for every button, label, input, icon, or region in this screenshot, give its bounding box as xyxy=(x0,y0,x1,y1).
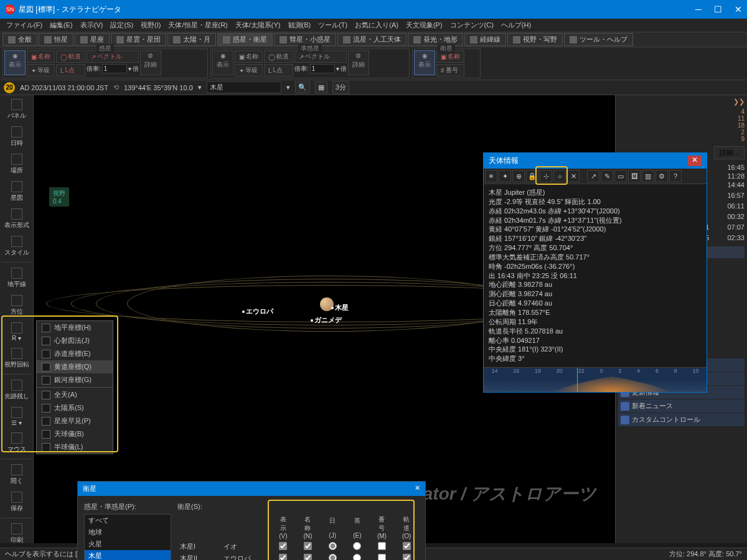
minimize-button[interactable]: ─ xyxy=(695,4,702,14)
planet-list-item[interactable]: 火星 xyxy=(85,538,171,550)
vis-check[interactable] xyxy=(279,542,287,550)
left-panel-button[interactable]: マウス xyxy=(1,430,32,456)
quasi-detail[interactable]: ⚙詳細 xyxy=(348,50,369,75)
lpoint-toggle[interactable]: L L点 xyxy=(56,64,85,77)
menu-item[interactable]: お気に入り(A) xyxy=(351,19,402,31)
left-panel-button[interactable]: スタイル xyxy=(1,233,32,259)
window-icon[interactable]: ▭ xyxy=(614,170,627,182)
name-check[interactable] xyxy=(304,554,312,560)
planet-list-item[interactable]: すべて xyxy=(85,515,171,526)
ribbon-tab[interactable]: 星雲・星団 xyxy=(111,33,166,46)
orbit-toggle[interactable]: ◯ 軌道 xyxy=(56,50,85,63)
quasi-lpoint[interactable]: L L点 xyxy=(264,64,293,77)
orbit-check[interactable] xyxy=(403,542,411,550)
orbit-check[interactable] xyxy=(403,554,411,560)
track-icon[interactable]: ⟐ xyxy=(553,170,566,182)
search-icon[interactable]: 🔍 xyxy=(295,82,310,93)
sidebar-link[interactable]: カスタムコントロール xyxy=(618,413,745,426)
center-icon[interactable]: ⊹ xyxy=(540,170,552,182)
menu-item[interactable]: 観測(B) xyxy=(284,19,315,31)
coord-menu-item[interactable]: 太陽系(S) xyxy=(37,401,113,414)
planet-list-item[interactable]: 地球 xyxy=(85,526,171,538)
quasi-orbit[interactable]: ◯ 軌道 xyxy=(264,50,293,63)
target-select[interactable]: 木星 xyxy=(207,82,281,93)
coord-menu-item[interactable]: 星座早見(P) xyxy=(37,414,113,427)
quasi-name[interactable]: ▣ 名称 xyxy=(235,50,263,63)
planet-detail[interactable]: ⚙詳細 xyxy=(140,50,161,75)
menu-item[interactable]: 天体/太陽系(Y) xyxy=(232,19,284,31)
lock-icon[interactable]: 🔒 xyxy=(526,170,538,182)
moon-show[interactable]: ◉表示 xyxy=(414,50,435,75)
left-panel-button[interactable]: 星図 xyxy=(1,179,32,205)
left-panel-button[interactable]: 保存 xyxy=(1,489,32,515)
show-button[interactable]: ◉表示 xyxy=(4,50,26,75)
coord-menu-item[interactable]: 全天(A) xyxy=(37,388,113,401)
help-icon[interactable]: ? xyxy=(669,170,682,182)
quasi-show[interactable]: ◉表示 xyxy=(212,50,233,75)
info-close-button[interactable]: ✕ xyxy=(688,156,702,166)
ribbon-tab[interactable]: 恒星 xyxy=(39,33,73,46)
left-panel-button[interactable]: 場所 xyxy=(1,151,32,177)
coord-menu-item[interactable]: 赤道座標(E) xyxy=(37,347,113,360)
ribbon-tab[interactable]: 流星・人工天体 xyxy=(337,33,406,46)
ribbon-tab[interactable]: 経緯線 xyxy=(464,33,506,46)
menu-item[interactable]: 視野(I) xyxy=(137,19,164,31)
grid-icon[interactable]: ▦ xyxy=(315,82,327,93)
left-panel-button[interactable]: 視野回転 xyxy=(1,345,32,371)
vis-check[interactable] xyxy=(279,554,287,560)
en-radio[interactable] xyxy=(353,542,361,550)
ribbon-tab[interactable]: 惑星・衛星 xyxy=(217,33,273,46)
left-panel-button[interactable]: 方位 xyxy=(1,292,32,319)
left-panel-button[interactable]: パネル xyxy=(1,96,32,123)
quasi-mag[interactable]: ✦ 等級 xyxy=(235,64,263,77)
ribbon-tab[interactable]: 全般 xyxy=(2,33,37,46)
left-panel-button[interactable]: R ▾ xyxy=(1,320,32,344)
quasi-rate[interactable] xyxy=(310,64,335,73)
planet-list-item[interactable]: 木星 xyxy=(85,550,171,560)
cross-icon[interactable]: ✕ xyxy=(567,170,580,182)
jp-radio[interactable] xyxy=(329,542,337,550)
coord-menu-item[interactable]: 半球儀(L) xyxy=(37,441,113,454)
coord-menu-item[interactable]: 心射図法(J) xyxy=(37,334,113,347)
coords-display[interactable]: 139°44'E 35°39'N 10.0 xyxy=(124,84,193,91)
step-select[interactable]: 3分 xyxy=(332,81,349,94)
arrow-icon[interactable]: ↗ xyxy=(587,170,599,182)
left-panel-button[interactable]: 開く xyxy=(1,462,32,488)
coord-menu-item[interactable]: 地平座標(H) xyxy=(37,321,113,334)
moon-dialog-close[interactable]: ✕ xyxy=(415,484,420,493)
left-panel-button[interactable]: 日時 xyxy=(1,124,32,150)
planet-listbox[interactable]: すべて地球火星木星土星天王星海王星冥王星 xyxy=(84,514,171,560)
sidebar-link[interactable]: 新着ニュース xyxy=(618,399,745,413)
moon-number[interactable]: # 番号 xyxy=(436,64,464,77)
status-badge[interactable]: 20 xyxy=(4,82,15,93)
maximize-button[interactable]: ☐ xyxy=(714,4,722,14)
name-toggle[interactable]: ▣ 名称 xyxy=(27,50,55,63)
menu-item[interactable]: 天文現象(P) xyxy=(402,19,446,31)
num-check[interactable] xyxy=(378,554,386,560)
coord-menu-item[interactable]: 銀河座標(G) xyxy=(37,373,113,386)
star-icon[interactable]: ✦ xyxy=(499,170,511,182)
menu-item[interactable]: 編集(E) xyxy=(46,19,77,31)
edit-icon[interactable]: ✎ xyxy=(601,170,613,182)
coord-menu-item[interactable]: 黄道座標(Q) xyxy=(37,360,113,373)
menu-item[interactable]: 設定(S) xyxy=(106,19,137,31)
close-button[interactable]: ✕ xyxy=(735,4,742,14)
left-panel-button[interactable]: 表示形式 xyxy=(1,206,32,232)
left-panel-button[interactable]: 光跡残し xyxy=(1,377,32,403)
en-radio[interactable] xyxy=(353,554,361,560)
num-check[interactable] xyxy=(378,542,386,550)
left-panel-button[interactable]: ☰ ▾ xyxy=(1,404,32,429)
sun-icon[interactable]: ☀ xyxy=(485,170,497,182)
expand-icon[interactable]: ❯❯ xyxy=(733,98,745,106)
menu-item[interactable]: ヘルプ(H) xyxy=(497,19,535,31)
date-display[interactable]: AD 2023/11/03 21:00:00 JST xyxy=(20,84,108,91)
menu-item[interactable]: 天体/恒星・星座(R) xyxy=(164,19,231,31)
menu-item[interactable]: コンテンツ(C) xyxy=(446,19,497,31)
coord-menu-item[interactable]: 天球儀(B) xyxy=(37,427,113,441)
gear-icon[interactable]: ⚙ xyxy=(655,170,668,182)
jp-radio[interactable] xyxy=(329,554,337,560)
menu-item[interactable]: ツール(T) xyxy=(314,19,351,31)
ribbon-tab[interactable]: ツール・ヘルプ xyxy=(564,33,633,46)
left-panel-button[interactable]: 印刷 xyxy=(1,521,32,547)
image-icon[interactable]: 🖼 xyxy=(628,170,641,182)
